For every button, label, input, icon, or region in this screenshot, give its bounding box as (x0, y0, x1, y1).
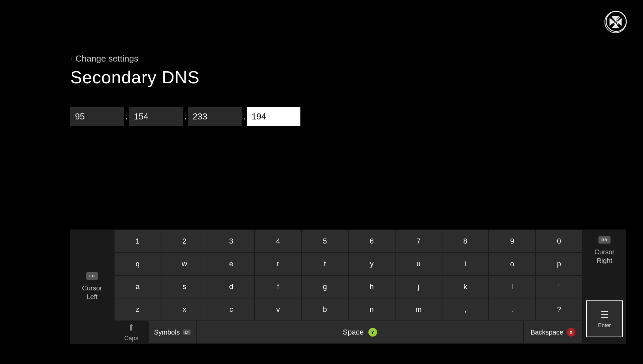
zxcv-row: z x c v b n m , . ? (115, 298, 582, 321)
asdf-row: a s d f g h j k l ' (115, 276, 582, 298)
key-apostrophe[interactable]: ' (536, 276, 582, 298)
dns-fields: . . . (70, 107, 300, 126)
symbols-label: Symbols (154, 329, 180, 336)
dns-field-2[interactable] (129, 107, 183, 126)
space-key[interactable]: Space Y (197, 321, 523, 343)
dns-field-4[interactable] (247, 107, 300, 126)
key-z[interactable]: z (115, 298, 161, 321)
key-t[interactable]: t (302, 253, 348, 275)
key-3[interactable]: 3 (208, 230, 255, 252)
key-s[interactable]: s (161, 276, 208, 298)
dns-field-3[interactable] (188, 107, 242, 126)
key-period[interactable]: . (489, 298, 535, 321)
breadcrumb-text: Change settings (75, 54, 138, 64)
key-1[interactable]: 1 (115, 230, 161, 252)
xbox-logo-icon (604, 11, 627, 35)
key-0[interactable]: 0 (536, 230, 582, 252)
key-c[interactable]: c (208, 298, 255, 321)
dns-sep-3: . (243, 107, 246, 126)
caps-label[interactable]: Caps (124, 335, 138, 342)
backspace-label: Backspace (530, 329, 563, 336)
y-badge: Y (368, 328, 377, 337)
key-question[interactable]: ? (536, 298, 582, 321)
key-9[interactable]: 9 (489, 230, 535, 252)
key-q[interactable]: q (115, 253, 161, 275)
key-7[interactable]: 7 (396, 230, 442, 252)
key-5[interactable]: 5 (302, 230, 348, 252)
caps-icon: ⬆ (128, 323, 135, 333)
dns-sep-1: . (125, 107, 128, 126)
cursor-left-panel: LB CursorLeft (70, 230, 114, 344)
page-title: Secondary DNS (70, 67, 200, 87)
number-row: 1 2 3 4 5 6 7 8 9 0 (115, 230, 582, 252)
dns-sep-2: . (184, 107, 187, 126)
key-b[interactable]: b (302, 298, 348, 321)
key-6[interactable]: 6 (349, 230, 395, 252)
key-j[interactable]: j (396, 276, 442, 298)
key-2[interactable]: 2 (161, 230, 208, 252)
key-w[interactable]: w (161, 253, 208, 275)
key-r[interactable]: r (255, 253, 301, 275)
symbols-key[interactable]: Symbols LT (149, 321, 196, 343)
key-e[interactable]: e (208, 253, 255, 275)
key-f[interactable]: f (255, 276, 301, 298)
key-d[interactable]: d (208, 276, 255, 298)
breadcrumb: › Change settings (70, 54, 200, 64)
key-i[interactable]: i (442, 253, 489, 275)
cursor-right-label: CursorRight (594, 248, 615, 265)
space-label: Space (343, 328, 364, 337)
key-v[interactable]: v (255, 298, 301, 321)
qwerty-row: q w e r t y u i o p (115, 253, 582, 275)
breadcrumb-arrow: › (70, 55, 73, 63)
key-o[interactable]: o (489, 253, 535, 275)
cursor-right-panel: RB CursorRight ☰ Enter (583, 230, 626, 344)
key-4[interactable]: 4 (255, 230, 301, 252)
enter-label: Enter (598, 323, 611, 329)
enter-icon: ☰ (600, 309, 609, 321)
key-u[interactable]: u (396, 253, 442, 275)
key-y[interactable]: y (349, 253, 395, 275)
lt-badge: LT (183, 330, 191, 335)
keyboard-container: LB CursorLeft 1 2 3 4 5 6 7 8 9 0 q w e … (70, 230, 626, 344)
key-8[interactable]: 8 (442, 230, 489, 252)
page-header: › Change settings Secondary DNS (70, 54, 200, 87)
key-comma[interactable]: , (442, 298, 489, 321)
cursor-left-label: CursorLeft (82, 284, 102, 301)
key-k[interactable]: k (442, 276, 489, 298)
key-h[interactable]: h (349, 276, 395, 298)
keyboard-main: 1 2 3 4 5 6 7 8 9 0 q w e r t y u i o p … (114, 230, 583, 344)
key-n[interactable]: n (349, 298, 395, 321)
bottom-row: ⬆ Caps Symbols LT Space Y Backspace X (115, 321, 582, 343)
enter-button[interactable]: ☰ Enter (586, 300, 623, 337)
key-m[interactable]: m (396, 298, 442, 321)
key-l[interactable]: l (489, 276, 535, 298)
backspace-key[interactable]: Backspace X (524, 321, 582, 343)
dns-field-1[interactable] (70, 107, 124, 126)
x-badge: X (567, 328, 575, 337)
key-p[interactable]: p (536, 253, 582, 275)
caps-area: ⬆ Caps (115, 321, 148, 343)
key-g[interactable]: g (302, 276, 348, 298)
key-a[interactable]: a (115, 276, 161, 298)
rb-badge: RB (598, 236, 611, 244)
key-x[interactable]: x (161, 298, 208, 321)
lb-badge: LB (86, 272, 98, 280)
